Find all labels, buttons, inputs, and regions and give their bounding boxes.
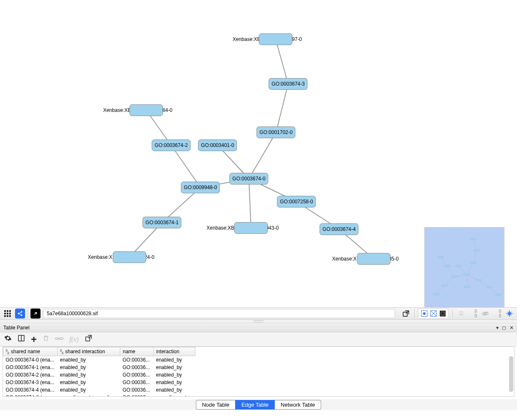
svg-line-25 xyxy=(436,286,445,294)
table-cell: enabled_by xyxy=(154,386,195,394)
table-toolbar: + f(x) xyxy=(0,332,517,347)
graph-node[interactable]: GO:0003674-4 xyxy=(319,223,358,235)
svg-line-15 xyxy=(466,263,473,274)
svg-rect-45 xyxy=(9,313,11,314)
tab-node-table[interactable]: Node Table xyxy=(196,400,236,410)
svg-rect-48 xyxy=(9,315,11,317)
svg-line-20 xyxy=(466,274,467,287)
column-header[interactable]: ▚shared name xyxy=(3,347,58,356)
svg-rect-32 xyxy=(464,273,469,275)
svg-line-16 xyxy=(441,257,447,266)
fit-view-icon[interactable] xyxy=(504,309,514,319)
export-icon[interactable] xyxy=(401,309,411,319)
svg-rect-46 xyxy=(4,315,6,317)
svg-rect-40 xyxy=(4,310,6,312)
network-canvas[interactable]: Xenbase:XB-GENE-6251797-0 GO:0003674-3Xe… xyxy=(0,0,517,307)
svg-point-50 xyxy=(18,313,20,314)
column-header[interactable]: ▚shared interaction xyxy=(58,347,120,356)
graph-node[interactable] xyxy=(259,33,292,45)
table-cell: causally_upstre... xyxy=(154,394,195,397)
table-row[interactable]: GO:0003674-2 (ena...enabled_byGO:00036..… xyxy=(3,371,195,379)
overview-minimap[interactable] xyxy=(424,227,504,307)
table-cell: GO:00036... xyxy=(120,371,154,379)
add-icon[interactable]: + xyxy=(31,334,37,345)
svg-rect-37 xyxy=(487,286,492,288)
svg-rect-33 xyxy=(451,276,457,278)
graph-node[interactable]: GO:0007258-0 xyxy=(277,196,316,207)
table-cell: causally_upstream_of_or... xyxy=(58,394,120,397)
hide-icon[interactable] xyxy=(480,309,490,319)
svg-rect-29 xyxy=(471,262,476,263)
svg-line-14 xyxy=(474,250,476,263)
svg-rect-28 xyxy=(438,256,444,258)
delete-icon xyxy=(43,334,49,344)
table-container: ▚shared name▚shared interactionnameinter… xyxy=(3,347,514,397)
table-cell: GO:0003674-1 (ena... xyxy=(3,364,58,371)
table-export-icon[interactable] xyxy=(84,334,93,344)
graph-node[interactable]: GO:0003674-3 xyxy=(269,78,307,90)
svg-line-18 xyxy=(459,266,466,274)
table-row[interactable]: GO:0003674-0 (cau...causally_upstream_of… xyxy=(3,394,195,397)
tab-network-table[interactable]: Network Table xyxy=(275,400,321,410)
graph-node[interactable]: GO:0001702-0 xyxy=(256,127,295,138)
link-icon xyxy=(55,335,63,344)
select-mode-3-icon[interactable] xyxy=(438,309,447,318)
function-icon: f(x) xyxy=(69,336,79,343)
select-mode-1-icon[interactable] xyxy=(420,309,428,318)
graph-node[interactable] xyxy=(113,251,146,263)
table-row[interactable]: GO:0003674-4 (ena...enabled_byGO:00036..… xyxy=(3,386,195,394)
svg-point-49 xyxy=(21,311,23,313)
svg-rect-47 xyxy=(7,315,8,317)
graph-node[interactable] xyxy=(129,104,163,116)
svg-line-1 xyxy=(276,84,288,132)
table-cell: enabled_by xyxy=(58,386,120,394)
svg-point-51 xyxy=(21,314,23,316)
table-row[interactable]: GO:0003674-3 (ena...enabled_byGO:00036..… xyxy=(3,379,195,386)
table-cell: enabled_by xyxy=(58,364,120,371)
panel-resize-grabber[interactable] xyxy=(0,320,517,323)
svg-rect-27 xyxy=(474,250,479,251)
gear-icon[interactable] xyxy=(4,334,12,344)
table-cell: enabled_by xyxy=(154,371,195,379)
svg-rect-44 xyxy=(7,313,8,314)
table-cell: GO:00036... xyxy=(120,379,154,386)
table-cell: enabled_by xyxy=(154,364,195,371)
table-row[interactable]: GO:0003674-1 (ena...enabled_byGO:00036..… xyxy=(3,364,195,371)
panel-close-icon[interactable]: ✕ xyxy=(509,325,514,331)
select-mode-2-icon[interactable] xyxy=(429,309,438,318)
grid-layout-icon[interactable] xyxy=(3,309,13,319)
svg-line-7 xyxy=(249,179,251,228)
svg-rect-38 xyxy=(433,293,439,295)
graph-node[interactable]: GO:0009948-0 xyxy=(181,182,220,193)
selection-count-b: 00 xyxy=(494,309,501,318)
file-path-field[interactable]: 5a7e68a100000628.sif xyxy=(43,309,395,318)
columns-icon[interactable] xyxy=(18,334,25,344)
panel-minimize-icon[interactable]: ▾ xyxy=(496,325,499,331)
table-cell: GO:00036... xyxy=(120,356,154,364)
table-cell: GO:00036... xyxy=(120,394,154,397)
panel-float-icon[interactable]: ◻ xyxy=(502,325,506,331)
svg-line-4 xyxy=(171,145,200,187)
table-cell: GO:0003674-3 (ena... xyxy=(3,379,58,386)
open-external-icon[interactable] xyxy=(30,309,41,319)
column-header[interactable]: interaction xyxy=(154,347,195,356)
show-selected-icon[interactable]: ☑ xyxy=(456,309,466,319)
graph-node[interactable]: GO:0003674-2 xyxy=(152,139,190,151)
svg-rect-43 xyxy=(4,313,6,314)
svg-point-54 xyxy=(423,312,426,315)
graph-node[interactable]: GO:0003674-0 xyxy=(229,173,268,185)
graph-node[interactable] xyxy=(357,253,390,265)
tab-edge-table[interactable]: Edge Table xyxy=(235,400,275,410)
table-scrollbar[interactable] xyxy=(509,356,513,392)
edge-table[interactable]: ▚shared name▚shared interactionnameinter… xyxy=(3,347,195,397)
svg-rect-56 xyxy=(440,311,446,316)
column-header[interactable]: name xyxy=(120,347,154,356)
graph-node[interactable] xyxy=(234,222,268,234)
share-icon[interactable] xyxy=(15,309,25,319)
graph-node[interactable]: GO:0003674-1 xyxy=(142,217,181,228)
svg-rect-30 xyxy=(444,265,450,267)
table-row[interactable]: GO:0003674-0 (ena...enabled_byGO:00036..… xyxy=(3,356,195,364)
graph-node[interactable]: GO:0003401-0 xyxy=(198,139,237,151)
svg-line-17 xyxy=(447,266,454,277)
svg-line-13 xyxy=(474,239,477,250)
